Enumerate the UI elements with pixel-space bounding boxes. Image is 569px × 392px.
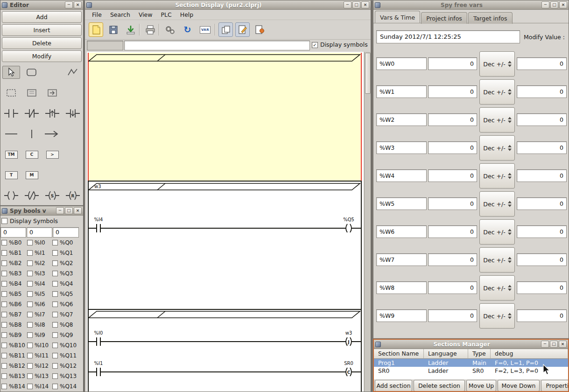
pointer-tool-icon[interactable] — [2, 66, 20, 79]
var-name-input[interactable]: %W2 — [376, 113, 427, 126]
menu-help[interactable]: Help — [176, 10, 198, 20]
coil[interactable]: %Q5 — [343, 224, 355, 233]
counter-block-icon[interactable]: C — [23, 148, 41, 161]
horizontal-wire-icon[interactable] — [2, 127, 20, 140]
var-format-select[interactable]: Dec +/- — [479, 191, 515, 217]
spy-bool-checkbox[interactable] — [52, 373, 58, 379]
spy-bool-checkbox[interactable] — [27, 353, 33, 358]
var-name-input[interactable]: %W9 — [376, 309, 427, 322]
var-format-select[interactable]: Dec +/- — [479, 303, 515, 329]
var-format-select[interactable]: Dec +/- — [479, 275, 515, 301]
insert-button[interactable]: Insert — [2, 24, 82, 36]
copy-icon[interactable] — [218, 22, 233, 37]
add-button[interactable]: Add — [2, 11, 82, 23]
var-modify-input[interactable]: 0 — [517, 281, 567, 294]
modify-section-icon[interactable] — [252, 22, 267, 37]
coil-not-icon[interactable] — [23, 189, 41, 202]
spy-bool-checkbox[interactable] — [1, 250, 7, 256]
vertical-wire-icon[interactable] — [23, 127, 41, 140]
spy-bool-checkbox[interactable] — [1, 260, 7, 266]
spy-bool-checkbox[interactable] — [1, 322, 7, 328]
save-icon[interactable] — [106, 22, 120, 37]
spy-bool-checkbox[interactable] — [1, 343, 7, 348]
spy-bool-checkbox[interactable] — [52, 271, 58, 276]
spy-bool-checkbox[interactable] — [27, 281, 33, 287]
section-display-titlebar[interactable]: Section Display (pur2.clprj) ─ □ × — [85, 0, 371, 10]
spy-bool-checkbox[interactable] — [52, 332, 58, 338]
spy-bool-checkbox[interactable] — [52, 343, 58, 348]
var-name-input[interactable]: %W8 — [376, 281, 427, 294]
spy-bool-checkbox[interactable] — [27, 301, 33, 307]
spy-bool-checkbox[interactable] — [52, 384, 58, 389]
button-properties[interactable]: Properties — [541, 380, 569, 392]
spy-bool-checkbox[interactable] — [52, 260, 58, 266]
print-icon[interactable] — [143, 22, 157, 37]
move-block-icon[interactable] — [43, 86, 61, 99]
var-modify-input[interactable]: 0 — [517, 85, 567, 98]
contact-rising-edge-icon[interactable] — [43, 107, 61, 120]
vars-window-icon[interactable]: VAR — [198, 22, 212, 37]
menu-view[interactable]: View — [134, 10, 157, 20]
spy-bool-checkbox[interactable] — [27, 291, 33, 297]
var-format-select[interactable]: Dec +/- — [479, 163, 515, 189]
contact-open[interactable]: %I4 — [93, 224, 104, 233]
new-timer-block-icon[interactable]: T — [2, 168, 20, 182]
scrollbar-thumb[interactable] — [365, 53, 371, 94]
offset-input-0[interactable]: 0 — [0, 227, 26, 238]
spy-bool-checkbox[interactable] — [1, 271, 7, 276]
jump-coil[interactable]: w3 J — [343, 337, 355, 346]
maximize-button[interactable]: □ — [65, 207, 73, 214]
call-coil[interactable]: SR0 C — [343, 367, 355, 377]
spy-bool-checkbox[interactable] — [27, 343, 33, 348]
button-add-section[interactable]: Add section — [375, 380, 412, 392]
display-symbols-checkbox[interactable]: ✓ — [312, 42, 318, 48]
menu-file[interactable]: File — [88, 10, 106, 20]
preferences-gears-icon[interactable] — [162, 22, 177, 37]
contact-falling-edge-icon[interactable] — [64, 107, 82, 120]
spy-bool-checkbox[interactable] — [52, 250, 58, 256]
refresh-icon[interactable]: ↻ — [180, 22, 195, 37]
close-button[interactable]: × — [74, 1, 82, 8]
var-modify-input[interactable]: 0 — [517, 309, 567, 322]
offset-input-2[interactable]: 0 — [53, 227, 79, 238]
spy-bool-checkbox[interactable] — [27, 240, 33, 245]
spy-bool-checkbox[interactable] — [1, 384, 7, 389]
spy-bool-checkbox[interactable] — [27, 260, 33, 266]
spy-bool-checkbox[interactable] — [27, 332, 33, 338]
timer-block-icon[interactable]: TM — [2, 148, 20, 161]
spy-bool-checkbox[interactable] — [1, 353, 7, 358]
long-wire-icon[interactable] — [43, 127, 61, 140]
button-delete-section[interactable]: Delete section — [414, 380, 465, 392]
spy-bool-checkbox[interactable] — [52, 312, 58, 317]
var-name-input[interactable]: %W7 — [376, 253, 427, 266]
maximize-button[interactable]: □ — [352, 1, 360, 8]
var-modify-input[interactable]: 0 — [517, 253, 567, 266]
contact-open-icon[interactable] — [2, 107, 20, 120]
spy-bool-checkbox[interactable] — [27, 384, 33, 389]
monostable-block-icon[interactable]: M — [23, 168, 41, 182]
var-format-select[interactable]: Dec +/- — [479, 247, 515, 273]
button-move-up[interactable]: Move Up — [466, 380, 496, 392]
var-modify-input[interactable]: 0 — [517, 169, 567, 182]
spy-bool-checkbox[interactable] — [1, 363, 7, 369]
spy-bools-titlebar[interactable]: Spy bools v ─ □ × — [0, 206, 83, 216]
coil-reset-icon[interactable]: R — [64, 189, 82, 202]
new-section-icon[interactable] — [89, 22, 103, 37]
spy-bool-checkbox[interactable] — [1, 301, 7, 307]
close-button[interactable]: × — [361, 1, 369, 8]
section-number-field[interactable] — [87, 41, 123, 50]
var-name-input[interactable]: %W4 — [376, 169, 427, 182]
var-name-input[interactable]: %W5 — [376, 197, 427, 210]
editor-titlebar[interactable]: Editor ─ × — [0, 0, 83, 10]
copy-block-icon[interactable] — [23, 86, 41, 99]
var-name-input[interactable]: %W0 — [376, 57, 427, 70]
minimize-button[interactable]: ─ — [65, 1, 73, 8]
spy-bool-checkbox[interactable] — [1, 281, 7, 287]
spy-bool-checkbox[interactable] — [52, 281, 58, 287]
select-area-icon[interactable] — [2, 86, 20, 99]
var-format-select[interactable]: Dec +/- — [479, 51, 515, 77]
var-format-select[interactable]: Dec +/- — [479, 79, 515, 105]
spy-bool-checkbox[interactable] — [1, 373, 7, 379]
spy-bool-checkbox[interactable] — [52, 240, 58, 245]
spy-bool-checkbox[interactable] — [1, 312, 7, 317]
